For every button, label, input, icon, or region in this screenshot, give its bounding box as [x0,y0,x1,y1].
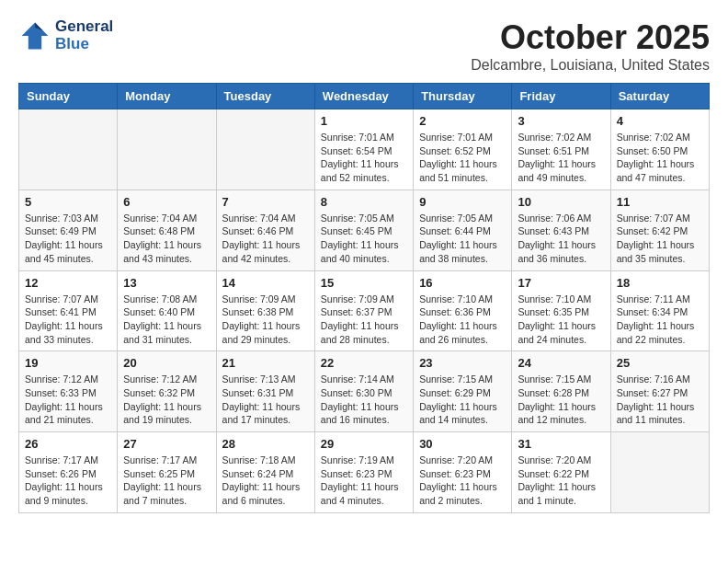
day-number: 23 [419,356,506,370]
logo-general-text: General [55,18,113,36]
logo-blue-text: Blue [55,36,113,53]
header-wednesday: Wednesday [314,84,413,109]
day-number: 30 [419,437,506,451]
calendar-cell: 12Sunrise: 7:07 AM Sunset: 6:41 PM Dayli… [19,270,118,351]
calendar-cell: 25Sunrise: 7:16 AM Sunset: 6:27 PM Dayli… [610,351,709,432]
header-monday: Monday [118,84,216,109]
day-info: Sunrise: 7:12 AM Sunset: 6:32 PM Dayligh… [123,373,210,427]
calendar-cell: 18Sunrise: 7:11 AM Sunset: 6:34 PM Dayli… [610,270,709,351]
day-info: Sunrise: 7:03 AM Sunset: 6:49 PM Dayligh… [25,212,111,266]
calendar-week-row: 26Sunrise: 7:17 AM Sunset: 6:26 PM Dayli… [19,432,710,513]
calendar-cell [610,432,709,513]
day-number: 22 [321,356,407,370]
day-number: 17 [518,276,604,290]
day-number: 14 [222,276,309,290]
day-info: Sunrise: 7:08 AM Sunset: 6:40 PM Dayligh… [123,293,210,347]
calendar-cell: 15Sunrise: 7:09 AM Sunset: 6:37 PM Dayli… [314,270,413,351]
day-number: 11 [617,195,703,209]
calendar-week-row: 19Sunrise: 7:12 AM Sunset: 6:33 PM Dayli… [19,351,710,432]
day-number: 4 [617,114,703,128]
calendar-cell: 19Sunrise: 7:12 AM Sunset: 6:33 PM Dayli… [19,351,118,432]
day-info: Sunrise: 7:09 AM Sunset: 6:37 PM Dayligh… [321,293,407,347]
day-number: 9 [419,195,506,209]
day-number: 20 [123,356,210,370]
calendar-cell: 29Sunrise: 7:19 AM Sunset: 6:23 PM Dayli… [314,432,413,513]
day-number: 8 [321,195,407,209]
logo: General Blue [18,18,113,52]
calendar-cell: 24Sunrise: 7:15 AM Sunset: 6:28 PM Dayli… [512,351,610,432]
calendar-cell [19,109,118,190]
day-number: 3 [518,114,604,128]
day-info: Sunrise: 7:18 AM Sunset: 6:24 PM Dayligh… [222,454,309,508]
calendar-cell: 2Sunrise: 7:01 AM Sunset: 6:52 PM Daylig… [414,109,512,190]
logo-text: General Blue [55,18,113,52]
day-info: Sunrise: 7:01 AM Sunset: 6:52 PM Dayligh… [419,131,506,185]
day-info: Sunrise: 7:01 AM Sunset: 6:54 PM Dayligh… [321,131,407,185]
calendar-cell: 20Sunrise: 7:12 AM Sunset: 6:32 PM Dayli… [118,351,216,432]
logo-icon [18,19,51,52]
day-info: Sunrise: 7:07 AM Sunset: 6:41 PM Dayligh… [25,293,111,347]
day-info: Sunrise: 7:14 AM Sunset: 6:30 PM Dayligh… [321,373,407,427]
calendar-cell: 16Sunrise: 7:10 AM Sunset: 6:36 PM Dayli… [414,270,512,351]
header-sunday: Sunday [19,84,118,109]
header-thursday: Thursday [414,84,512,109]
day-info: Sunrise: 7:05 AM Sunset: 6:44 PM Dayligh… [419,212,506,266]
day-number: 18 [617,276,703,290]
calendar-cell: 8Sunrise: 7:05 AM Sunset: 6:45 PM Daylig… [314,190,413,270]
day-number: 24 [518,356,604,370]
calendar-cell [118,109,216,190]
day-number: 10 [518,195,604,209]
day-info: Sunrise: 7:12 AM Sunset: 6:33 PM Dayligh… [25,373,111,427]
day-number: 19 [25,356,111,370]
header-friday: Friday [512,84,610,109]
calendar-cell: 28Sunrise: 7:18 AM Sunset: 6:24 PM Dayli… [216,432,314,513]
page-header: General Blue October 2025 Delcambre, Lou… [18,18,710,74]
day-number: 13 [123,276,210,290]
day-info: Sunrise: 7:20 AM Sunset: 6:23 PM Dayligh… [419,454,506,508]
day-number: 31 [518,437,604,451]
month-title: October 2025 [471,18,710,57]
day-number: 29 [321,437,407,451]
calendar-cell: 7Sunrise: 7:04 AM Sunset: 6:46 PM Daylig… [216,190,314,270]
calendar-cell: 11Sunrise: 7:07 AM Sunset: 6:42 PM Dayli… [610,190,709,270]
day-info: Sunrise: 7:06 AM Sunset: 6:43 PM Dayligh… [518,212,604,266]
day-info: Sunrise: 7:07 AM Sunset: 6:42 PM Dayligh… [617,212,703,266]
day-number: 6 [123,195,210,209]
calendar-cell: 22Sunrise: 7:14 AM Sunset: 6:30 PM Dayli… [314,351,413,432]
day-info: Sunrise: 7:04 AM Sunset: 6:46 PM Dayligh… [222,212,309,266]
calendar-cell: 17Sunrise: 7:10 AM Sunset: 6:35 PM Dayli… [512,270,610,351]
day-number: 25 [617,356,703,370]
day-info: Sunrise: 7:16 AM Sunset: 6:27 PM Dayligh… [617,373,703,427]
day-number: 27 [123,437,210,451]
calendar-cell [216,109,314,190]
day-info: Sunrise: 7:05 AM Sunset: 6:45 PM Dayligh… [321,212,407,266]
day-number: 2 [419,114,506,128]
calendar-cell: 1Sunrise: 7:01 AM Sunset: 6:54 PM Daylig… [314,109,413,190]
day-number: 26 [25,437,111,451]
calendar-cell: 30Sunrise: 7:20 AM Sunset: 6:23 PM Dayli… [414,432,512,513]
day-number: 21 [222,356,309,370]
calendar-week-row: 12Sunrise: 7:07 AM Sunset: 6:41 PM Dayli… [19,270,710,351]
location-title: Delcambre, Louisiana, United States [471,57,710,74]
day-info: Sunrise: 7:09 AM Sunset: 6:38 PM Dayligh… [222,293,309,347]
calendar-week-row: 5Sunrise: 7:03 AM Sunset: 6:49 PM Daylig… [19,190,710,270]
calendar-cell: 31Sunrise: 7:20 AM Sunset: 6:22 PM Dayli… [512,432,610,513]
day-number: 15 [321,276,407,290]
day-info: Sunrise: 7:04 AM Sunset: 6:48 PM Dayligh… [123,212,210,266]
calendar-cell: 10Sunrise: 7:06 AM Sunset: 6:43 PM Dayli… [512,190,610,270]
day-number: 12 [25,276,111,290]
calendar-cell: 27Sunrise: 7:17 AM Sunset: 6:25 PM Dayli… [118,432,216,513]
calendar-cell: 26Sunrise: 7:17 AM Sunset: 6:26 PM Dayli… [19,432,118,513]
calendar-header-row: Sunday Monday Tuesday Wednesday Thursday… [19,84,710,109]
day-info: Sunrise: 7:15 AM Sunset: 6:29 PM Dayligh… [419,373,506,427]
day-number: 1 [321,114,407,128]
day-info: Sunrise: 7:10 AM Sunset: 6:36 PM Dayligh… [419,293,506,347]
calendar-table: Sunday Monday Tuesday Wednesday Thursday… [18,83,710,513]
day-info: Sunrise: 7:13 AM Sunset: 6:31 PM Dayligh… [222,373,309,427]
calendar-cell: 5Sunrise: 7:03 AM Sunset: 6:49 PM Daylig… [19,190,118,270]
header-tuesday: Tuesday [216,84,314,109]
calendar-cell: 6Sunrise: 7:04 AM Sunset: 6:48 PM Daylig… [118,190,216,270]
day-number: 5 [25,195,111,209]
day-info: Sunrise: 7:11 AM Sunset: 6:34 PM Dayligh… [617,293,703,347]
day-info: Sunrise: 7:19 AM Sunset: 6:23 PM Dayligh… [321,454,407,508]
